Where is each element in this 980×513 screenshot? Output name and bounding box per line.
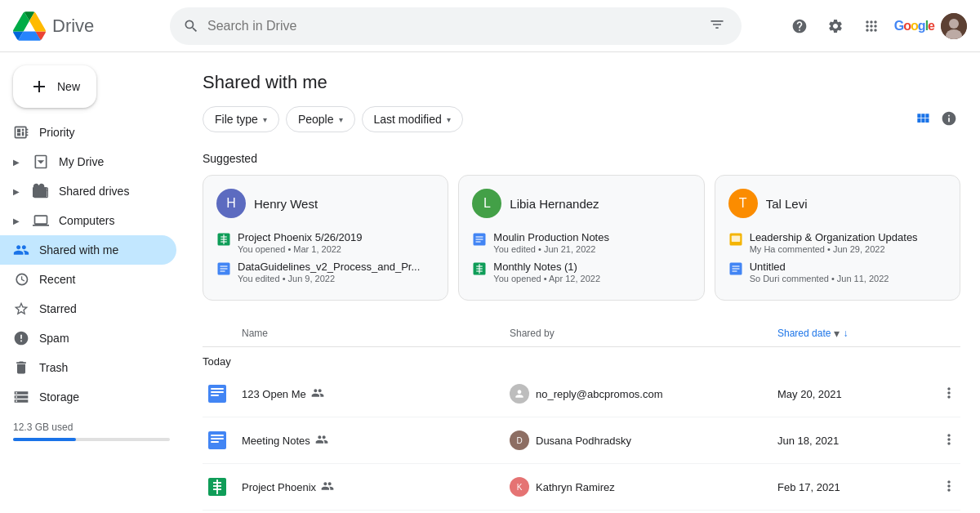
file-row[interactable]: Untitled So Duri commented • Jun 11, 202… bbox=[728, 257, 947, 287]
sheets-icon bbox=[472, 261, 487, 276]
file-name-cell: Project Phoenix bbox=[242, 480, 510, 495]
storage-icon bbox=[13, 389, 29, 405]
view-buttons bbox=[911, 106, 960, 132]
file-info: Monthly Notes (1) You opened • Apr 12, 2… bbox=[493, 261, 600, 283]
person-card-henry-west[interactable]: H Henry West Project Phoenix 5/26/2019 Y… bbox=[203, 175, 448, 301]
file-list-row[interactable]: Project Phoenix K Kathryn Ramirez Feb 17… bbox=[203, 464, 960, 511]
file-name: Untitled bbox=[750, 261, 889, 273]
file-name-cell: 123 Open Me bbox=[242, 386, 510, 402]
file-type-icon bbox=[203, 472, 232, 502]
storage-bar-fill bbox=[13, 438, 76, 441]
topbar: Drive bbox=[0, 0, 980, 52]
topbar-icons bbox=[783, 10, 888, 42]
more-options-button[interactable] bbox=[938, 475, 960, 500]
last-modified-filter[interactable]: Last modified ▾ bbox=[362, 106, 463, 132]
sidebar-item-recent-label: Recent bbox=[39, 273, 75, 286]
sidebar-item-storage[interactable]: Storage bbox=[0, 382, 176, 412]
sidebar-item-shared-with-me[interactable]: Shared with me bbox=[0, 235, 176, 265]
chevron-right-icon: ▶ bbox=[13, 158, 20, 167]
new-button[interactable]: New bbox=[13, 65, 96, 108]
my-drive-icon bbox=[33, 154, 49, 170]
file-name: DataGuidelines_v2_Process_and_Pr... bbox=[238, 261, 420, 273]
sidebar-item-my-drive[interactable]: ▶ My Drive bbox=[0, 147, 176, 176]
drive-logo-icon bbox=[13, 10, 46, 42]
file-row[interactable]: Project Phoenix 5/26/2019 You opened • M… bbox=[216, 228, 434, 257]
shared-by-cell: K Kathryn Ramirez bbox=[510, 477, 777, 497]
file-meta: So Duri commented • Jun 11, 2022 bbox=[750, 274, 889, 283]
file-info: Untitled So Duri commented • Jun 11, 202… bbox=[750, 261, 889, 283]
sidebar-item-shared-with-me-label: Shared with me bbox=[39, 243, 118, 256]
grid-view-button[interactable] bbox=[911, 107, 934, 132]
sidebar-item-my-drive-label: My Drive bbox=[59, 155, 104, 168]
sort-direction-icon: ↓ bbox=[843, 328, 848, 339]
search-filter-button[interactable] bbox=[706, 13, 728, 38]
sidebar-item-spam[interactable]: Spam bbox=[0, 323, 176, 353]
search-input[interactable] bbox=[207, 19, 697, 33]
row-actions bbox=[911, 381, 960, 407]
file-list-row[interactable]: 123 Open Me no_reply@abcpromos.com May 2… bbox=[203, 371, 960, 417]
suggested-section: Suggested H Henry West Project Phoenix 5… bbox=[203, 152, 960, 301]
search-bar[interactable] bbox=[170, 7, 742, 45]
svg-rect-30 bbox=[211, 391, 224, 393]
sidebar-item-recent[interactable]: Recent bbox=[0, 265, 176, 294]
file-meta: You edited • Jun 9, 2022 bbox=[238, 274, 420, 283]
file-row[interactable]: DataGuidelines_v2_Process_and_Pr... You … bbox=[216, 257, 434, 287]
file-info: Leadership & Organization Updates My Ha … bbox=[750, 231, 918, 254]
shared-date-cell: Feb 17, 2021 bbox=[777, 481, 911, 493]
file-row[interactable]: Leadership & Organization Updates My Ha … bbox=[728, 228, 947, 257]
file-list-row[interactable]: Meeting Notes D Dusana Podhradsky Jun 18… bbox=[203, 417, 960, 464]
svg-rect-23 bbox=[731, 236, 740, 243]
sidebar-item-trash[interactable]: Trash bbox=[0, 353, 176, 382]
svg-rect-32 bbox=[208, 431, 226, 449]
sidebar-item-priority[interactable]: Priority bbox=[0, 118, 176, 147]
suggested-cards: H Henry West Project Phoenix 5/26/2019 Y… bbox=[203, 175, 960, 301]
row-actions bbox=[911, 428, 960, 453]
filter-arrow-icon: ▾ bbox=[263, 115, 267, 124]
help-center-button[interactable] bbox=[783, 10, 816, 42]
more-options-button[interactable] bbox=[938, 381, 960, 407]
file-info: Moulin Production Notes You edited • Jun… bbox=[493, 231, 609, 254]
info-button[interactable] bbox=[938, 107, 960, 132]
docs-icon bbox=[216, 261, 231, 276]
file-row[interactable]: Monthly Notes (1) You opened • Apr 12, 2… bbox=[472, 257, 690, 287]
sidebar-item-computers[interactable]: ▶ Computers bbox=[0, 206, 176, 235]
person-card-libia-hernandez[interactable]: L Libia Hernandez Moulin Production Note… bbox=[458, 175, 704, 301]
col-shared-date-header[interactable]: Shared date ▾ ↓ bbox=[777, 327, 911, 340]
file-meta: You opened • Mar 1, 2022 bbox=[238, 244, 363, 254]
file-type-filter[interactable]: File type ▾ bbox=[203, 106, 279, 132]
sidebar-item-starred[interactable]: Starred bbox=[0, 294, 176, 323]
file-meta: You opened • Apr 12, 2022 bbox=[493, 274, 600, 283]
person-avatar: L bbox=[472, 189, 501, 218]
main-layout: New Priority ▶ My Drive ▶ Shared drives bbox=[0, 52, 980, 513]
sidebar-item-storage-label: Storage bbox=[39, 390, 79, 404]
people-filter[interactable]: People ▾ bbox=[286, 106, 355, 132]
svg-rect-28 bbox=[208, 385, 226, 403]
person-header: L Libia Hernandez bbox=[472, 189, 690, 218]
storage-bar-background bbox=[13, 438, 170, 441]
chevron-right-icon: ▶ bbox=[13, 187, 20, 196]
people-label: People bbox=[298, 113, 334, 126]
file-row[interactable]: Moulin Production Notes You edited • Jun… bbox=[472, 228, 690, 257]
user-avatar[interactable] bbox=[941, 13, 967, 39]
computer-icon bbox=[33, 212, 49, 229]
google-logo: Google bbox=[894, 19, 934, 33]
col-name-header: Name bbox=[203, 328, 510, 339]
shared-by-avatar: D bbox=[510, 430, 529, 450]
filter-arrow-icon: ▾ bbox=[447, 115, 451, 124]
person-card-tal-levi[interactable]: T Tal Levi Leadership & Organization Upd… bbox=[715, 175, 960, 301]
file-info: DataGuidelines_v2_Process_and_Pr... You … bbox=[238, 261, 420, 283]
trash-icon bbox=[13, 359, 29, 376]
sort-down-icon: ▾ bbox=[834, 327, 840, 340]
file-list-header: Name Shared by Shared date ▾ ↓ bbox=[203, 320, 960, 347]
sidebar-item-spam-label: Spam bbox=[39, 332, 69, 345]
settings-button[interactable] bbox=[819, 10, 852, 42]
clock-icon bbox=[13, 124, 29, 141]
topbar-right: Google bbox=[783, 10, 967, 42]
more-options-button[interactable] bbox=[938, 428, 960, 453]
person-avatar: T bbox=[728, 189, 758, 218]
sidebar-item-shared-drives[interactable]: ▶ Shared drives bbox=[0, 176, 176, 206]
svg-rect-35 bbox=[211, 441, 219, 443]
apps-button[interactable] bbox=[855, 10, 888, 42]
svg-rect-29 bbox=[211, 388, 224, 390]
page-title: Shared with me bbox=[203, 72, 960, 93]
